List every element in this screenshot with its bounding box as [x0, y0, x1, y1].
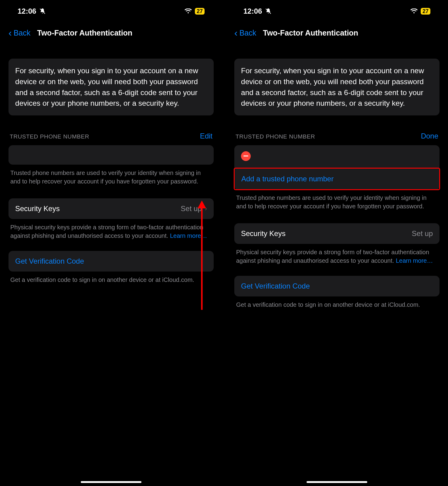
trusted-footer: Trusted phone numbers are used to verify… — [8, 165, 214, 186]
back-button[interactable]: Back — [14, 29, 31, 37]
verification-footer: Get a verification code to sign in on an… — [8, 272, 214, 284]
trusted-section-header: TRUSTED PHONE NUMBER — [236, 133, 315, 140]
nav-bar: ‹ Back Two-Factor Authentication — [8, 18, 214, 44]
bell-slash-icon — [39, 8, 46, 15]
edit-button[interactable]: Edit — [200, 132, 212, 140]
learn-more-link[interactable]: Learn more… — [396, 257, 433, 264]
get-verification-code-label: Get Verification Code — [241, 282, 310, 290]
back-chevron-icon[interactable]: ‹ — [8, 27, 12, 39]
intro-card: For security, when you sign in to your a… — [8, 59, 214, 115]
chevron-right-icon: › — [205, 205, 207, 213]
wifi-icon — [185, 9, 192, 14]
nav-bar: ‹ Back Two-Factor Authentication — [234, 18, 440, 44]
trusted-number-row[interactable] — [8, 145, 214, 165]
security-keys-label: Security Keys — [15, 204, 60, 213]
intro-card: For security, when you sign in to your a… — [234, 59, 440, 115]
status-bar: 12:06 27 — [234, 0, 440, 18]
trusted-numbers-card-editing: Add a trusted phone number — [234, 145, 440, 190]
battery-indicator: 27 — [421, 8, 430, 15]
page-title: Two-Factor Authentication — [263, 29, 358, 37]
trusted-number-row-editing[interactable] — [234, 145, 440, 167]
learn-more-link[interactable]: Learn more… — [170, 232, 207, 239]
back-button[interactable]: Back — [239, 29, 256, 37]
phone-screen-left: 12:06 27 ‹ Back Two-Factor Authenticatio… — [0, 0, 222, 486]
get-verification-code-row[interactable]: Get Verification Code — [234, 276, 440, 296]
home-indicator[interactable] — [81, 481, 141, 483]
get-verification-code-row[interactable]: Get Verification Code — [8, 251, 214, 272]
security-keys-label: Security Keys — [241, 229, 286, 238]
back-chevron-icon[interactable]: ‹ — [234, 27, 238, 39]
delete-icon[interactable] — [241, 151, 251, 161]
status-bar: 12:06 27 — [8, 0, 214, 18]
add-trusted-number-label: Add a trusted phone number — [241, 175, 334, 183]
security-keys-card: Security Keys Set up — [234, 223, 440, 244]
security-keys-footer: Physical security keys provide a strong … — [234, 244, 440, 265]
security-keys-row[interactable]: Security Keys Set up — [234, 223, 440, 244]
wifi-icon — [410, 9, 418, 14]
page-title: Two-Factor Authentication — [37, 29, 132, 37]
status-time: 12:06 — [18, 7, 36, 15]
done-button[interactable]: Done — [421, 132, 438, 140]
security-keys-value: Set up — [181, 204, 202, 213]
status-time: 12:06 — [243, 7, 262, 15]
bell-slash-icon — [265, 8, 272, 15]
add-trusted-number-row[interactable]: Add a trusted phone number — [234, 168, 440, 190]
verification-footer: Get a verification code to sign in on an… — [234, 296, 440, 309]
phone-screen-right: 12:06 27 ‹ Back Two-Factor Authenticatio… — [226, 0, 448, 486]
battery-indicator: 27 — [195, 8, 205, 15]
security-keys-value: Set up — [412, 229, 433, 238]
get-verification-code-label: Get Verification Code — [15, 257, 84, 265]
trusted-footer: Trusted phone numbers are used to verify… — [234, 190, 440, 210]
intro-text: For security, when you sign in to your a… — [15, 65, 207, 109]
security-keys-row[interactable]: Security Keys Set up › — [8, 198, 214, 219]
home-indicator[interactable] — [307, 481, 367, 483]
trusted-section-header: TRUSTED PHONE NUMBER — [10, 133, 89, 140]
security-keys-card: Security Keys Set up › — [8, 198, 214, 219]
security-keys-footer: Physical security keys provide a strong … — [8, 219, 214, 240]
trusted-numbers-card — [8, 145, 214, 165]
intro-text: For security, when you sign in to your a… — [241, 65, 433, 109]
